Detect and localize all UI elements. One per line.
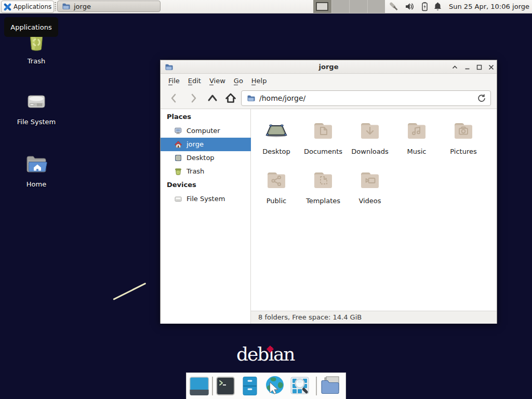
music-folder-icon (404, 118, 429, 143)
menu-help[interactable]: Help (247, 74, 271, 88)
terminal-launcher[interactable] (216, 376, 235, 396)
dock-separator (316, 377, 317, 395)
bottom-dock (186, 373, 346, 399)
menu-file[interactable]: File (164, 74, 184, 88)
workspace-2[interactable] (331, 0, 350, 13)
taskbar-window-label: jorge (74, 3, 91, 10)
sidebar-item-label: Computer (187, 124, 220, 138)
workspace-pager[interactable] (313, 0, 385, 13)
desktop-icon-label: File System (8, 118, 65, 126)
file-cabinet-launcher[interactable] (241, 376, 259, 396)
dock-separator (212, 377, 213, 395)
public-folder-icon (264, 167, 289, 192)
desktop-icon-home[interactable]: Home (8, 151, 65, 188)
sidebar-item-label: jorge (187, 138, 204, 151)
taskbar-window-button[interactable]: jorge (57, 1, 161, 12)
xfce-logo-icon (4, 3, 11, 11)
close-button[interactable] (486, 62, 496, 72)
menu-go[interactable]: Go (230, 74, 247, 88)
workspace-4[interactable] (367, 0, 385, 13)
window-content: Places Computer jo (161, 109, 497, 324)
downloads-folder-icon (357, 118, 382, 143)
window-title: jorge (161, 60, 497, 73)
folder-item-label: Videos (347, 197, 393, 205)
folder-item-pictures[interactable]: Pictures (440, 118, 487, 155)
app-finder-launcher[interactable] (289, 376, 312, 396)
sidebar: Places Computer jo (161, 109, 251, 324)
file-manager-launcher[interactable] (320, 376, 342, 396)
toolbar: /home/jorge/ (161, 88, 497, 109)
debian-logo-text: debian (236, 343, 295, 365)
folder-item-label: Pictures (440, 148, 487, 155)
maximize-button[interactable] (474, 62, 484, 72)
sidebar-item-jorge[interactable]: jorge (161, 138, 251, 151)
sidebar-item-computer[interactable]: Computer (161, 124, 251, 138)
file-manager-window: jorge File Edit View Go Help (160, 60, 497, 324)
videos-folder-icon (357, 167, 382, 192)
workspace-3[interactable] (349, 0, 367, 13)
folder-item-public[interactable]: Public (253, 167, 300, 205)
forward-button[interactable] (187, 92, 200, 104)
folder-item-label: Public (253, 197, 300, 205)
back-button[interactable] (168, 92, 180, 104)
panel-handle[interactable] (55, 2, 56, 11)
folder-item-label: Downloads (347, 148, 393, 155)
desktop-icon-label: Home (8, 180, 65, 188)
minimize-button[interactable] (462, 62, 472, 72)
workspace-window-preview (316, 2, 328, 11)
menu-view[interactable]: View (205, 74, 230, 88)
reload-icon[interactable] (477, 94, 486, 103)
workspace-1[interactable] (313, 0, 331, 13)
sidebar-item-desktop[interactable]: Desktop (161, 151, 251, 165)
menubar: File Edit View Go Help (161, 74, 497, 88)
debian-wallpaper-logo: debian (236, 343, 304, 370)
volume-tray-icon[interactable] (405, 2, 415, 11)
folder-item-desktop[interactable]: Desktop (253, 118, 300, 155)
folder-item-music[interactable]: Music (393, 118, 440, 155)
path-folder-icon (247, 94, 255, 102)
bell-tray-icon[interactable] (433, 2, 443, 11)
web-browser-launcher[interactable] (263, 375, 286, 397)
desktop-icon-filesystem[interactable]: File System (8, 89, 65, 126)
folder-item-documents[interactable]: Documents (300, 118, 347, 155)
window-titlebar[interactable]: jorge (161, 60, 497, 74)
desktop-special-icon (264, 118, 289, 143)
panel-user-label[interactable]: jorge (512, 0, 529, 13)
home-folder-icon (24, 151, 49, 176)
templates-folder-icon (311, 167, 336, 192)
folder-item-templates[interactable]: Templates (300, 167, 347, 205)
trash-small-icon (174, 167, 182, 176)
path-bar[interactable]: /home/jorge/ (241, 90, 491, 106)
menu-edit[interactable]: Edit (184, 74, 205, 88)
sidebar-item-label: File System (187, 192, 225, 206)
sidebar-item-label: Trash (187, 165, 204, 178)
folder-item-label: Documents (300, 148, 347, 155)
desktop-icon-label: Trash (8, 57, 65, 65)
sidebar-item-label: Desktop (187, 151, 215, 165)
sidebar-header-devices: Devices (167, 178, 196, 192)
battery-tray-icon[interactable] (420, 2, 430, 11)
sidebar-header-places: Places (167, 110, 191, 124)
folder-item-videos[interactable]: Videos (347, 167, 393, 205)
show-desktop-launcher[interactable] (189, 376, 209, 396)
applications-menu-label: Applications (14, 3, 51, 10)
status-text: 8 folders, Free space: 14.4 GiB (258, 311, 497, 323)
folder-item-downloads[interactable]: Downloads (347, 118, 393, 155)
home-button[interactable] (224, 92, 237, 104)
path-text[interactable]: /home/jorge/ (259, 91, 305, 105)
sidebar-item-filesystem[interactable]: File System (161, 192, 251, 206)
tool-tray-icon[interactable] (389, 2, 399, 11)
top-panel: Applications jorge (0, 0, 532, 14)
desktop-icon (174, 154, 182, 162)
computer-icon (174, 127, 182, 135)
panel-clock[interactable]: Sun 25 Apr, 10:06 (449, 0, 510, 13)
folder-item-label: Desktop (253, 148, 300, 155)
statusbar: 8 folders, Free space: 14.4 GiB (251, 311, 497, 324)
applications-menu-button[interactable]: Applications (1, 1, 54, 13)
folder-item-label: Music (393, 148, 440, 155)
drive-icon (174, 195, 182, 203)
documents-folder-icon (311, 118, 336, 143)
shade-button[interactable] (449, 62, 460, 72)
up-button[interactable] (206, 92, 219, 104)
sidebar-item-trash[interactable]: Trash (161, 165, 251, 178)
